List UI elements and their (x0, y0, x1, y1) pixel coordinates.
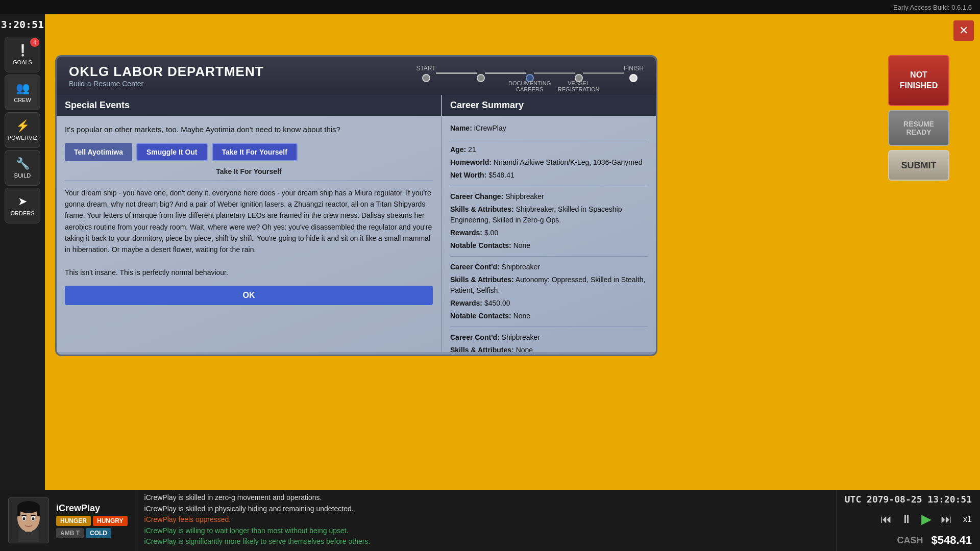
progress-line-3 (534, 72, 575, 74)
career-skills-2: Skills & Attributes: Autonomy: Oppressed… (450, 274, 648, 296)
log-line-5: iCrewPlay is willing to wait longer than… (144, 526, 828, 536)
hungry-badge: HUNGRY (93, 516, 128, 526)
crew-label: CREW (14, 97, 31, 103)
career-cont-1: Career Cont'd: Shipbreaker (450, 262, 648, 272)
question-text: It's popular on other markets, too. Mayb… (65, 124, 433, 136)
choice-tell-button[interactable]: Tell Ayotimiwa (65, 143, 132, 161)
dialog-title-area: OKLG LABOR DEPARTMENT Build-a-Resume Cen… (69, 64, 264, 88)
log-line-6: iCrewPlay is significantly more likely t… (144, 537, 828, 547)
log-line-2: iCrewPlay is skilled in zero-g movement … (144, 493, 828, 503)
career-divider-4 (450, 327, 648, 327)
build-info: Early Access Build: 0.6.1.6 (893, 4, 972, 11)
pause-button[interactable]: ⏸ (899, 511, 914, 528)
right-panel: Career Summary Name: iCrewPlay Age: 21 H… (442, 95, 656, 352)
progress-finish: FINISH (624, 65, 644, 82)
special-events-content: It's popular on other markets, too. Mayb… (57, 116, 441, 352)
svg-point-10 (32, 517, 35, 520)
datetime: UTC 2079-08-25 13:20:51 (845, 494, 972, 505)
career-homeworld: Homeworld: Nnamdi Azikiwe Station/K-Leg,… (450, 157, 648, 168)
progress-node-mid1 (477, 74, 485, 82)
content-divider (65, 181, 433, 181)
sidebar-item-crew[interactable]: 👥 CREW (5, 74, 40, 110)
ok-button[interactable]: OK (65, 286, 433, 305)
career-divider-3 (450, 256, 648, 257)
progress-node-start (422, 74, 430, 82)
career-skills-1: Skills & Attributes: Shipbreaker, Skille… (450, 204, 648, 226)
playback-controls: ⏮ ⏸ ▶ ⏭ x1 (878, 509, 972, 529)
cash-area: CASH $548.41 (897, 534, 972, 547)
sidebar-item-orders[interactable]: ➤ ORDERS (5, 188, 40, 223)
choice-take-button[interactable]: Take It For Yourself (212, 143, 298, 161)
career-contacts-2: Notable Contacts: None (450, 311, 648, 321)
career-rewards-2: Rewards: $450.00 (450, 298, 648, 309)
sidebar-item-goals[interactable]: ❕ GOALS 4 (5, 37, 40, 72)
left-panel: Special Events It's popular on other mar… (57, 95, 442, 352)
sidebar-item-powerviz[interactable]: ⚡ POWERVIZ (5, 112, 40, 148)
choice-buttons: Tell Ayotimiwa Smuggle It Out Take It Fo… (65, 143, 433, 161)
play-button[interactable]: ▶ (919, 509, 934, 529)
submit-button[interactable]: SUBMIT (888, 150, 949, 181)
clock: 3:20:51 (1, 18, 44, 31)
player-name: iCrewPlay (56, 503, 128, 514)
sidebar-item-build[interactable]: 🔧 BUILD (5, 150, 40, 186)
progress-mid1: · (477, 65, 485, 82)
finish-label: FINISH (624, 65, 644, 72)
build-label: BUILD (14, 172, 31, 179)
progress-line-2 (485, 72, 526, 74)
close-icon: ✕ (959, 24, 968, 37)
resume-ready-button[interactable]: RESUMEREADY (888, 110, 949, 146)
dialog-title: OKLG LABOR DEPARTMENT (69, 64, 264, 80)
orders-icon: ➤ (18, 195, 27, 208)
top-bar: Early Access Build: 0.6.1.6 (0, 0, 980, 14)
progress-start: START (416, 65, 435, 82)
career-summary-content: Name: iCrewPlay Age: 21 Homeworld: Nnamd… (442, 116, 656, 352)
career-skills-3: Skills & Attributes: None (450, 345, 648, 352)
game-area: 3:20:51 ❕ GOALS 4 👥 CREW ⚡ POWERVIZ 🔧 BU (0, 14, 980, 551)
close-button[interactable]: ✕ (953, 20, 974, 41)
svg-rect-6 (37, 505, 40, 516)
build-icon: 🔧 (16, 157, 30, 170)
avatar-svg (11, 499, 46, 542)
speed-label: x1 (963, 515, 972, 524)
progress-line-4 (583, 72, 624, 74)
choice-smuggle-button[interactable]: Smuggle It Out (136, 143, 208, 161)
powerviz-label: POWERVIZ (8, 135, 37, 141)
progress-node-finish (629, 74, 638, 82)
amb-badge: AMB T (56, 528, 84, 538)
action-buttons: NOTFINISHED RESUMEREADY SUBMIT (888, 55, 949, 181)
player-details: iCrewPlay HUNGER HUNGRY AMB T COLD (56, 503, 128, 538)
orders-label: ORDERS (10, 210, 34, 216)
progress-container: START · · DOCUMENTINGCAREERS · (416, 65, 644, 82)
not-finished-button[interactable]: NOTFINISHED (888, 55, 949, 106)
bottom-bar: iCrewPlay HUNGER HUNGRY AMB T COLD iCrew… (0, 490, 980, 551)
hunger-badge: HUNGER (56, 516, 91, 526)
selected-choice-label: Take It For Yourself (65, 167, 433, 176)
svg-rect-11 (21, 515, 27, 516)
story-text: Your dream ship - you have one, don't de… (65, 187, 433, 279)
svg-point-4 (17, 501, 40, 513)
fastforward-button[interactable]: ⏭ (939, 511, 954, 528)
log-line-4: iCrewPlay feels oppressed. (144, 515, 828, 525)
badges-row-2: AMB T COLD (56, 528, 128, 538)
cash-value: $548.41 (931, 534, 972, 547)
dialog-body: Special Events It's popular on other mar… (57, 95, 656, 352)
vessel-label: VESSELREGISTRATION (558, 80, 600, 92)
powerviz-icon: ⚡ (16, 119, 30, 133)
career-age: Age: 21 (450, 144, 648, 155)
goals-icon: ❕ (16, 44, 30, 57)
career-rewards-1: Rewards: $.00 (450, 228, 648, 238)
badges-row-1: HUNGER HUNGRY (56, 516, 128, 526)
careers-label: DOCUMENTINGCAREERS (508, 80, 551, 92)
career-name: Name: iCrewPlay (450, 123, 648, 134)
bottom-right: UTC 2079-08-25 13:20:51 ⏮ ⏸ ▶ ⏭ x1 CASH … (836, 490, 980, 551)
progress-careers: · DOCUMENTINGCAREERS (526, 65, 534, 82)
dialog-subtitle: Build-a-Resume Center (69, 80, 264, 88)
log-line-1: iCrewPlay is skilled in designing and bu… (144, 490, 828, 492)
svg-point-9 (23, 517, 26, 520)
career-cont-2: Career Cont'd: Shipbreaker (450, 332, 648, 343)
cold-badge: COLD (86, 528, 111, 538)
career-divider-2 (450, 186, 648, 186)
log-area: iCrewPlay is skilled in designing and bu… (136, 490, 836, 551)
rewind-button[interactable]: ⏮ (878, 511, 894, 528)
goals-label: GOALS (13, 59, 32, 65)
